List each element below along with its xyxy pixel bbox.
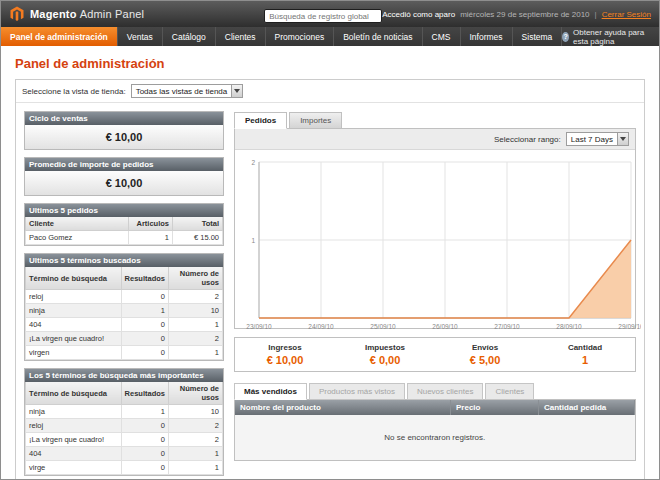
cell-customer: Paco Gomez <box>26 231 129 245</box>
cell-results: 0 <box>121 447 168 461</box>
cell-term: ninja <box>26 304 122 318</box>
cell-term: virgen <box>26 346 122 360</box>
page-title: Panel de administración <box>15 56 645 71</box>
cell-results: 0 <box>121 419 168 433</box>
range-select[interactable]: Last 7 Days <box>566 132 629 146</box>
cell-uses: 1 <box>169 461 223 475</box>
current-date: miércoles 29 de septiembre de 2010 <box>460 10 589 19</box>
tab-most-viewed[interactable]: Productos más vistos <box>309 383 405 400</box>
top-search-terms-card: Los 5 términos de búsqueda más important… <box>24 368 224 476</box>
table-row[interactable]: 404 0 1 <box>26 318 223 332</box>
global-search-input[interactable] <box>264 9 382 23</box>
empty-row: No se encontraron registros. <box>235 415 635 460</box>
cell-results: 0 <box>121 332 168 346</box>
totals-bar: Ingresos € 10,00 Impuestos € 0,00 Envíos… <box>234 337 636 372</box>
cell-term: ninja <box>26 405 122 419</box>
table-row[interactable]: reloj 0 2 <box>26 419 223 433</box>
table-row[interactable]: virgen 0 1 <box>26 346 223 360</box>
separator: | <box>595 10 597 19</box>
nav-item-system[interactable]: Sistema <box>513 27 563 46</box>
average-orders-card: Promedio de importe de pedidos € 10,00 <box>24 157 224 196</box>
svg-text:24/09/10: 24/09/10 <box>308 323 334 330</box>
last-search-terms-table: Término de búsqueda Resultados Número de… <box>25 267 223 360</box>
cell-results: 0 <box>121 433 168 447</box>
nav-item-reports[interactable]: Informes <box>461 27 513 46</box>
table-row[interactable]: ninja 1 10 <box>26 304 223 318</box>
svg-text:25/09/10: 25/09/10 <box>370 323 396 330</box>
table-row[interactable]: Paco Gomez 1 € 15.00 <box>26 231 223 245</box>
svg-text:26/09/10: 26/09/10 <box>432 323 458 330</box>
stat-quantity: Cantidad 1 <box>535 343 635 366</box>
card-title: Los 5 términos de búsqueda más important… <box>25 369 223 382</box>
col-header-uses: Número de usos <box>169 382 223 405</box>
cell-results: 1 <box>121 304 168 318</box>
cell-term: 404 <box>26 318 122 332</box>
help-icon: ? <box>562 32 569 42</box>
chevron-down-icon <box>231 85 242 97</box>
table-row[interactable]: 404 0 1 <box>26 447 223 461</box>
table-row[interactable]: ninja 1 10 <box>26 405 223 419</box>
card-title: Promedio de importe de pedidos <box>25 158 223 171</box>
table-row[interactable]: virge 0 1 <box>26 461 223 475</box>
nav-item-dashboard[interactable]: Panel de administración <box>1 27 118 46</box>
cell-term: ¡La virgen que cuadro! <box>26 332 122 346</box>
stat-revenue: Ingresos € 10,00 <box>235 343 335 366</box>
store-view-value: Todas las vistas de tienda <box>132 85 232 97</box>
table-row[interactable]: ¡La virgen que cuadro! 0 2 <box>26 433 223 447</box>
col-header-price: Precio <box>451 400 539 415</box>
product-name: Admin Panel <box>80 8 145 20</box>
col-header-term: Término de búsqueda <box>26 382 122 405</box>
store-view-select[interactable]: Todas las vistas de tienda <box>131 84 244 98</box>
content-area: Panel de administración Seleccione la vi… <box>1 46 659 480</box>
cell-results: 0 <box>121 290 168 304</box>
tab-new-customers[interactable]: Nuevos clientes <box>407 383 483 400</box>
svg-text:27/09/10: 27/09/10 <box>494 323 520 330</box>
cell-results: 0 <box>121 318 168 332</box>
stat-label: Ingresos <box>235 343 335 352</box>
col-header-term: Término de búsqueda <box>26 267 122 290</box>
brand-name: Magento <box>30 8 77 20</box>
tab-amounts[interactable]: Importes <box>289 112 342 129</box>
cell-items: 1 <box>129 231 173 245</box>
tab-orders[interactable]: Pedidos <box>234 112 287 129</box>
nav-item-cms[interactable]: CMS <box>423 27 461 46</box>
dashboard-right-column: Pedidos Importes Seleccionar rango: Last… <box>234 111 636 476</box>
empty-message: No se encontraron registros. <box>235 415 635 460</box>
table-row[interactable]: reloj 0 2 <box>26 290 223 304</box>
lifetime-sales-card: Ciclo de ventas € 10,00 <box>24 111 224 150</box>
svg-text:23/09/10: 23/09/10 <box>246 323 272 330</box>
chart-tabs: Pedidos Importes <box>234 112 636 129</box>
col-header-results: Resultados <box>121 267 168 290</box>
logout-link[interactable]: Cerrar Sesión <box>602 10 651 19</box>
stat-shipping: Envíos € 5,00 <box>435 343 535 366</box>
main-nav: Panel de administración Ventas Catálogo … <box>1 27 659 46</box>
cell-term: reloj <box>26 419 122 433</box>
stat-label: Cantidad <box>535 343 635 352</box>
nav-item-newsletter[interactable]: Boletín de noticias <box>334 27 422 46</box>
cell-term: virge <box>26 461 122 475</box>
nav-item-catalog[interactable]: Catálogo <box>163 27 216 46</box>
page-help-link[interactable]: ? Obtener ayuda para esta página <box>562 27 659 46</box>
stat-label: Envíos <box>435 343 535 352</box>
col-header-uses: Número de usos <box>169 267 223 290</box>
products-table: Nombre del producto Precio Cantidad pedi… <box>235 400 635 460</box>
col-header-total: Total <box>173 217 223 231</box>
nav-item-promotions[interactable]: Promociones <box>266 27 335 46</box>
chevron-down-icon <box>617 133 628 145</box>
cell-term: 404 <box>26 447 122 461</box>
table-row[interactable]: ¡La virgen que cuadro! 0 2 <box>26 332 223 346</box>
logo: MagentoAdmin Panel <box>9 6 264 22</box>
cell-results: 1 <box>121 405 168 419</box>
average-orders-value: € 10,00 <box>25 171 223 195</box>
tab-bestsellers[interactable]: Más vendidos <box>234 383 307 400</box>
dashboard-container: Seleccione la vista de tienda: Todas las… <box>15 79 645 480</box>
tab-customers[interactable]: Clientes <box>485 383 534 400</box>
cell-uses: 2 <box>169 419 223 433</box>
sales-chart: 23/09/1024/09/1025/09/1026/09/1027/09/10… <box>235 150 635 328</box>
cell-uses: 1 <box>169 346 223 360</box>
nav-item-customers[interactable]: Clientes <box>216 27 266 46</box>
lifetime-sales-value: € 10,00 <box>25 125 223 149</box>
stat-value: € 10,00 <box>235 354 335 366</box>
col-header-items: Articulos <box>129 217 173 231</box>
nav-item-sales[interactable]: Ventas <box>118 27 163 46</box>
